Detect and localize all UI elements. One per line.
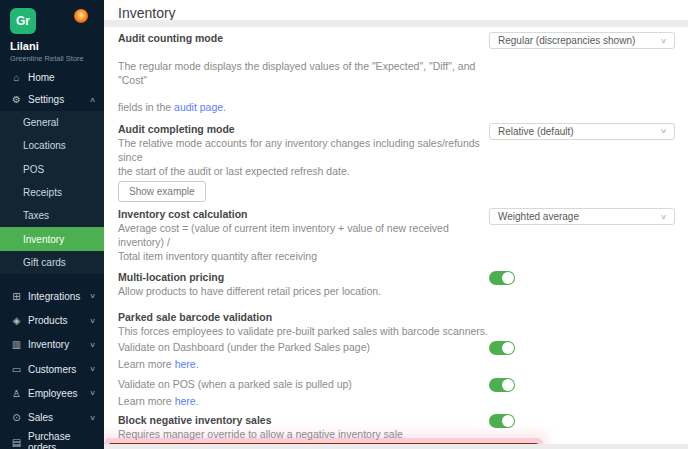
sidebar-item-label: Taxes [23,210,49,221]
sidebar-item-purchase-orders[interactable]: ▤ Purchase orders [0,430,104,449]
setting-audit-counting-mode: Audit counting mode The regular mode dis… [118,32,675,115]
sidebar-item-label: Settings [28,94,64,105]
sidebar-item-label: Home [28,72,55,83]
sidebar: Gr Lilani Greenline Retail Store ⌂ Home … [0,0,104,449]
setting-parked-sale-barcode-validation: Parked sale barcode validation This forc… [118,311,675,408]
sidebar-item-pos[interactable]: POS [0,158,104,181]
description-text: fields in the [118,101,174,113]
chevron-down-icon: ∨ [89,341,96,349]
sidebar-item-sales[interactable]: ⊙ Sales ∨ [0,406,104,430]
sidebar-item-inventory-active[interactable]: Inventory [0,227,104,250]
learn-more-link[interactable]: here. [175,358,199,370]
selected-value: Weighted average [498,211,579,222]
sidebar-item-employees[interactable]: ♙ Employees ∨ [0,381,104,405]
setting-title: Audit counting mode [118,32,489,45]
chevron-down-icon: ∨ [660,213,667,221]
setting-description: Allow products to have different retail … [118,285,489,299]
chevron-down-icon: ∨ [89,317,96,325]
sidebar-item-label: Sales [28,412,53,423]
sidebar-item-label: POS [23,164,44,175]
validate-on-pos-toggle[interactable] [489,378,515,392]
sidebar-item-label: Locations [23,140,66,151]
setting-title: Audit completing mode [118,123,489,136]
sidebar-item-label: Customers [28,364,76,375]
store-logo-text: Gr [16,14,30,28]
learn-more-text: Learn more [118,358,175,370]
show-example-button[interactable]: Show example [118,181,206,202]
dollar-circle-icon: ⊙ [10,412,23,423]
toggle-knob [502,415,514,427]
chevron-down-icon: ∨ [89,365,96,373]
multi-location-pricing-toggle[interactable] [489,271,515,285]
sidebar-item-receipts[interactable]: Receipts [0,181,104,204]
setting-audit-completing-mode: Audit completing mode The relative mode … [118,123,675,202]
audit-page-link[interactable]: audit page. [174,101,226,113]
validate-on-dashboard-toggle[interactable] [489,341,515,355]
store-name: Greenline Retail Store [10,54,94,63]
setting-title: Block negative inventory sales [118,414,489,427]
setting-description: The relative mode accounts for any inven… [118,137,489,178]
sidebar-item-inventory-section[interactable]: ▥ Inventory ∨ [0,333,104,357]
boxes-icon: ▥ [10,339,23,350]
sidebar-item-label: Receipts [23,187,62,198]
integrations-icon: ⊞ [10,291,23,302]
setting-title: Inventory cost calculation [118,208,489,221]
validate-on-dashboard-setting: Validate on Dashboard (under the Parked … [118,341,675,370]
recording-indicator-icon [74,9,88,23]
sidebar-item-taxes[interactable]: Taxes [0,204,104,227]
header-divider [104,20,688,27]
audit-completing-mode-select[interactable]: Relative (default) ∨ [489,123,675,140]
setting-inventory-cost-calculation: Inventory cost calculation Average cost … [118,208,675,263]
sidebar-item-label: Employees [28,388,77,399]
audit-counting-mode-select[interactable]: Regular (discrepancies shown) ∨ [489,32,675,49]
learn-more-link[interactable]: here. [175,395,199,407]
setting-title: Parked sale barcode validation [118,311,675,324]
page-title: Inventory [118,5,176,21]
user-name: Lilani [10,40,94,52]
toggle-knob [502,272,514,284]
store-logo[interactable]: Gr [10,8,36,34]
page-header: Inventory [104,0,688,20]
setting-description: This forces employees to validate pre-bu… [118,325,675,339]
chevron-down-icon: ∨ [660,37,667,45]
main-panel: Inventory Audit counting mode The regula… [104,0,688,449]
selected-value: Regular (discrepancies shown) [498,35,635,46]
sidebar-item-label: General [23,117,59,128]
sidebar-item-locations[interactable]: Locations [0,134,104,157]
clipboard-icon: ▤ [10,437,23,448]
app-window: Gr Lilani Greenline Retail Store ⌂ Home … [0,0,688,449]
sidebar-sections: ⊞ Integrations ∨ ◈ Products ∨ ▥ Inventor… [0,284,104,449]
sidebar-item-home[interactable]: ⌂ Home [0,67,104,88]
sidebar-item-integrations[interactable]: ⊞ Integrations ∨ [0,284,104,308]
block-negative-inventory-toggle[interactable] [489,414,515,428]
chevron-down-icon: ∨ [89,389,96,397]
person-icon: ♙ [10,388,23,399]
settings-submenu: General Locations POS Receipts Taxes Inv… [0,111,104,274]
sidebar-item-label: Inventory [28,339,69,350]
toggle-knob [502,342,514,354]
sidebar-item-label: Inventory [23,234,64,245]
setting-description: The regular mode displays the displayed … [118,46,489,115]
footer-divider [104,444,688,449]
customer-card-icon: ▭ [10,364,23,375]
sidebar-item-label: Gift cards [23,257,66,268]
sidebar-item-products[interactable]: ◈ Products ∨ [0,308,104,332]
learn-more-text: Learn more [118,395,175,407]
validate-on-pos-setting: Validate on POS (when a parked sale is p… [118,378,675,407]
learn-more-line: Learn more here. [118,395,675,407]
toggle-knob [502,379,514,391]
sidebar-item-gift-cards[interactable]: Gift cards [0,251,104,274]
setting-block-negative-inventory-sales: Block negative inventory sales Requires … [118,414,675,442]
inventory-cost-calculation-select[interactable]: Weighted average ∨ [489,208,675,225]
chevron-up-icon: ∧ [89,96,96,104]
setting-description: Average cost = (value of current item in… [118,222,489,263]
sidebar-item-general[interactable]: General [0,111,104,134]
setting-description: Requires manager override to allow a neg… [118,428,489,442]
sidebar-item-label: Purchase orders [28,431,95,449]
sidebar-item-settings[interactable]: ⚙ Settings ∧ [0,88,104,111]
settings-content: Audit counting mode The regular mode dis… [104,27,688,444]
tag-icon: ◈ [10,315,23,326]
sidebar-item-customers[interactable]: ▭ Customers ∨ [0,357,104,381]
setting-title: Multi-location pricing [118,271,489,284]
setting-multi-location-pricing: Multi-location pricing Allow products to… [118,271,675,299]
